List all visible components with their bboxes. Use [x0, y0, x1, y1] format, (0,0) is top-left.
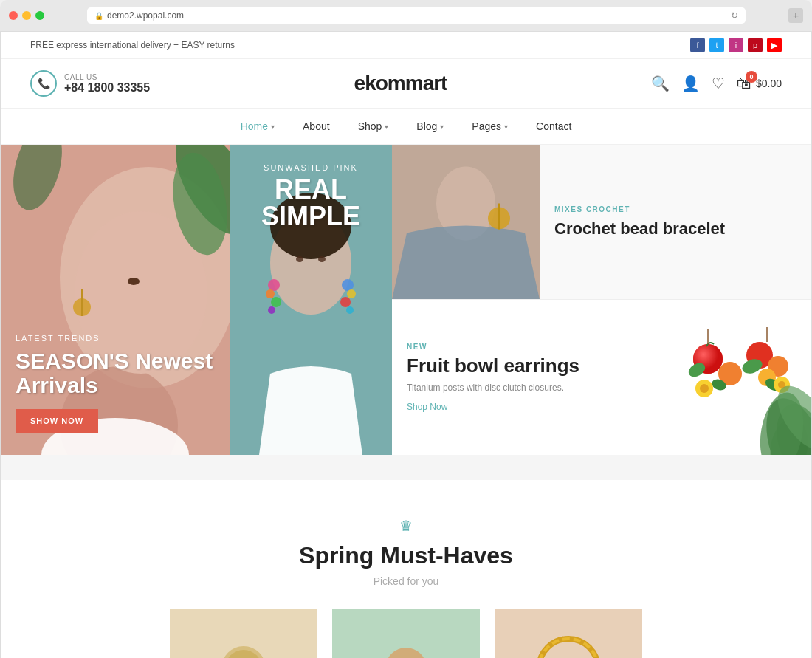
- browser-window: 🔒 demo2.wpopal.com ↻ + FREE express inte…: [0, 0, 812, 658]
- product-card-1[interactable]: [170, 609, 317, 658]
- main-navigation: Home ▾ About Shop ▾ Blog ▾ Pages ▾ Conta…: [1, 109, 811, 145]
- call-text: CALL US +84 1800 33355: [64, 73, 150, 95]
- svg-rect-55: [495, 609, 642, 658]
- svg-point-35: [700, 384, 709, 393]
- chevron-down-icon: ▾: [271, 123, 275, 131]
- header-actions: 🔍 👤 ♡ 🛍 0 $0.00: [651, 75, 782, 92]
- svg-point-42: [778, 381, 785, 388]
- product-image-2: [332, 609, 480, 658]
- call-number: +84 1800 33355: [64, 81, 150, 95]
- svg-point-15: [318, 256, 326, 262]
- refresh-icon[interactable]: ↻: [731, 10, 738, 21]
- account-icon[interactable]: 👤: [681, 75, 700, 92]
- svg-point-22: [268, 306, 275, 314]
- nav-shop[interactable]: Shop ▾: [355, 109, 392, 144]
- nav-about[interactable]: About: [300, 109, 333, 144]
- hero-center-content: SUNWASHED PINK REAL SIMPLE: [230, 163, 392, 230]
- earrings-title: Fruit bowl earrings: [407, 355, 649, 377]
- browser-titlebar: 🔒 demo2.wpopal.com ↻ +: [0, 7, 812, 31]
- spring-title: Spring Must-Haves: [30, 542, 782, 569]
- hero-main-content: LATEST TRENDS SEASON'S Newest Arrivals S…: [16, 334, 215, 433]
- product-card-2[interactable]: [332, 609, 480, 658]
- call-label: CALL US: [64, 73, 150, 81]
- url-text: demo2.wpopal.com: [107, 10, 184, 21]
- facebook-icon[interactable]: f: [690, 38, 705, 52]
- product-image-3: [495, 609, 642, 658]
- cart-badge: 0: [746, 71, 757, 83]
- svg-point-16: [268, 279, 280, 291]
- spring-subtitle: Picked for you: [30, 575, 782, 587]
- site-logo[interactable]: ekommart: [354, 72, 447, 95]
- nav-blog[interactable]: Blog ▾: [413, 109, 447, 144]
- chevron-down-icon: ▾: [440, 123, 444, 131]
- close-button[interactable]: [9, 11, 18, 20]
- website-content: FREE express international delivery + EA…: [0, 31, 812, 658]
- hero-center-subtitle: SUNWASHED PINK: [230, 163, 392, 172]
- hero-main-banner[interactable]: LATEST TRENDS SEASON'S Newest Arrivals S…: [1, 145, 230, 455]
- social-icons: f t i p ▶: [690, 38, 782, 52]
- maximize-button[interactable]: [35, 11, 44, 20]
- hero-card-bracelet[interactable]: MIXES CROCHET Crochet bead bracelet: [392, 145, 811, 300]
- window-controls: [9, 11, 44, 20]
- earrings-card-text: NEW Fruit bowl earrings Titanium posts w…: [392, 300, 664, 455]
- hero-main-title: SEASON'S Newest Arrivals: [16, 349, 215, 397]
- svg-point-20: [347, 289, 356, 298]
- hero-main-subtitle: LATEST TRENDS: [16, 334, 215, 343]
- new-tab-button[interactable]: +: [788, 8, 803, 23]
- bracelet-card-image: [392, 145, 540, 299]
- svg-point-18: [271, 297, 281, 307]
- announcement-text: FREE express international delivery + EA…: [30, 40, 235, 50]
- search-icon[interactable]: 🔍: [651, 75, 670, 92]
- bracelet-category: MIXES CROCHET: [554, 205, 796, 213]
- earrings-description: Titanium posts with disc clutch closures…: [407, 382, 649, 394]
- section-separator: [1, 455, 811, 477]
- svg-point-17: [266, 289, 275, 298]
- spring-section: ♛ Spring Must-Haves Picked for you: [1, 477, 811, 658]
- svg-point-21: [340, 297, 351, 307]
- cart-price: $0.00: [756, 78, 782, 89]
- earrings-badge: NEW: [407, 343, 649, 351]
- hero-section: LATEST TRENDS SEASON'S Newest Arrivals S…: [1, 145, 811, 455]
- svg-point-14: [296, 256, 303, 262]
- nav-contact[interactable]: Contact: [533, 109, 574, 144]
- hero-grid: LATEST TRENDS SEASON'S Newest Arrivals S…: [1, 145, 811, 455]
- shop-now-link[interactable]: Shop Now: [407, 402, 649, 412]
- chevron-down-icon: ▾: [504, 123, 508, 131]
- crown-icon: ♛: [30, 517, 782, 535]
- cart-icon[interactable]: 🛍 0 $0.00: [737, 75, 782, 92]
- product-card-3[interactable]: [495, 609, 642, 658]
- lock-icon: 🔒: [94, 12, 103, 20]
- wishlist-icon[interactable]: ♡: [712, 75, 725, 92]
- svg-point-23: [346, 306, 354, 314]
- hero-card-earrings[interactable]: NEW Fruit bowl earrings Titanium posts w…: [392, 300, 811, 455]
- bracelet-card-text: MIXES CROCHET Crochet bead bracelet: [540, 145, 811, 299]
- minimize-button[interactable]: [22, 11, 31, 20]
- nav-home[interactable]: Home ▾: [238, 109, 278, 144]
- cart-bag-icon: 🛍 0: [737, 75, 751, 92]
- site-header: 📞 CALL US +84 1800 33355 ekommart 🔍 👤 ♡ …: [1, 59, 811, 109]
- bracelet-image: [392, 145, 540, 299]
- hero-center-title: REAL SIMPLE: [230, 177, 392, 230]
- youtube-icon[interactable]: ▶: [767, 38, 782, 52]
- bracelet-title: Crochet bead bracelet: [554, 219, 796, 239]
- svg-point-5: [128, 278, 140, 285]
- earrings-card-image: [664, 300, 811, 455]
- nav-pages[interactable]: Pages ▾: [469, 109, 511, 144]
- product-row: [30, 609, 782, 658]
- chevron-down-icon: ▾: [385, 123, 388, 131]
- hero-center-banner[interactable]: SUNWASHED PINK REAL SIMPLE: [230, 145, 392, 455]
- instagram-icon[interactable]: i: [729, 38, 743, 52]
- address-bar[interactable]: 🔒 demo2.wpopal.com ↻: [87, 7, 746, 24]
- product-image-1: [170, 609, 317, 658]
- phone-icon: 📞: [30, 70, 57, 97]
- header-contact: 📞 CALL US +84 1800 33355: [30, 70, 150, 97]
- announcement-bar: FREE express international delivery + EA…: [1, 32, 811, 59]
- pinterest-icon[interactable]: p: [748, 38, 763, 52]
- twitter-icon[interactable]: t: [709, 38, 724, 52]
- svg-point-19: [342, 279, 354, 291]
- show-now-button[interactable]: SHOW NOW: [16, 409, 98, 433]
